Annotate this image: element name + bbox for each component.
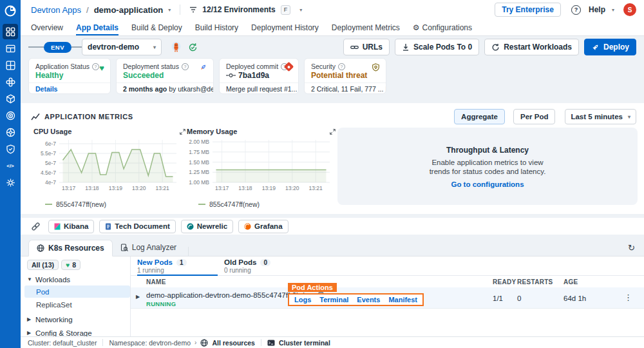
pod-manifest-link[interactable]: Manifest bbox=[388, 296, 417, 304]
svg-text:13:21: 13:21 bbox=[156, 185, 170, 191]
tab-overview[interactable]: Overview bbox=[31, 19, 63, 35]
tab-deployment-history[interactable]: Deployment History bbox=[251, 19, 319, 35]
scale-down-icon bbox=[402, 43, 410, 52]
devtron-logo[interactable] bbox=[3, 3, 18, 19]
document-icon bbox=[105, 223, 111, 230]
application-groups-icon[interactable] bbox=[3, 57, 18, 73]
all-resources-chip[interactable]: All (13) bbox=[27, 260, 59, 270]
per-pod-toggle[interactable]: Per Pod bbox=[513, 109, 555, 124]
deploy-button[interactable]: Deploy bbox=[584, 39, 636, 55]
environment-filter[interactable]: 12/12 Environments bbox=[202, 5, 275, 14]
pod-ready: 1/1 bbox=[493, 295, 503, 302]
healthy-count-chip[interactable]: ♥8 bbox=[61, 260, 80, 270]
tree-replicaset[interactable]: ReplicaSet bbox=[27, 298, 125, 311]
svg-text:4e-7: 4e-7 bbox=[45, 179, 56, 186]
details-link[interactable]: Details bbox=[35, 85, 57, 93]
pod-events-link[interactable]: Events bbox=[357, 296, 380, 304]
svg-text:1.50 MB: 1.50 MB bbox=[189, 159, 209, 166]
deployment-status-card[interactable]: Deployment status ? Succeeded 2 months a… bbox=[116, 58, 214, 94]
old-pods-tab[interactable]: Old Pods0 0 running bbox=[224, 258, 270, 274]
caret-right-icon: ▶ bbox=[27, 316, 32, 322]
pods-panel: New Pods1 1 running Old Pods0 0 running … bbox=[131, 256, 644, 336]
details-link[interactable]: Details bbox=[385, 85, 386, 93]
expand-icon[interactable] bbox=[330, 129, 336, 135]
pod-age: 64d 1h bbox=[564, 295, 586, 302]
pod-table-row[interactable]: ▶ demo-application-devtron-demo-855c4747… bbox=[131, 287, 644, 309]
row-menu-icon[interactable]: ⋮ bbox=[624, 293, 632, 302]
env-pill: ENV bbox=[44, 42, 71, 53]
tab-configurations[interactable]: ⚙Configurations bbox=[413, 19, 472, 35]
tree-networking[interactable]: ▶Networking bbox=[27, 314, 125, 325]
svg-text:1.75 MB: 1.75 MB bbox=[189, 149, 209, 155]
expand-row-caret-icon[interactable]: ▶ bbox=[136, 294, 140, 300]
application-status-card[interactable]: Application Status ? Healthy ♥ Details bbox=[28, 58, 111, 94]
grafana-link-chip[interactable]: Grafana bbox=[238, 220, 288, 233]
terminal-icon bbox=[267, 340, 275, 346]
tree-pod[interactable]: Pod bbox=[24, 285, 130, 298]
new-pods-tab[interactable]: New Pods1 1 running bbox=[137, 258, 187, 274]
tab-log-analyzer[interactable]: Log Analyzer bbox=[113, 239, 184, 256]
tab-app-details[interactable]: App Details bbox=[76, 19, 118, 35]
health-heart-icon: ♥ bbox=[99, 63, 104, 73]
resources-body: All (13) ♥8 ▼Workloads Pod ReplicaSet ▶N… bbox=[21, 256, 644, 336]
user-avatar[interactable]: S bbox=[623, 3, 636, 16]
cluster-terminal-link[interactable]: Cluster terminal bbox=[279, 339, 330, 347]
restart-workloads-button[interactable]: Restart Workloads bbox=[484, 39, 579, 55]
refresh-icon[interactable]: ↻ bbox=[628, 243, 635, 253]
newrelic-link-chip[interactable]: Newrelic bbox=[181, 220, 233, 233]
breadcrumb-root-link[interactable]: Devtron Apps bbox=[31, 5, 81, 15]
applications-icon[interactable] bbox=[3, 24, 18, 39]
svg-text:13:19: 13:19 bbox=[262, 185, 276, 191]
svg-text:13:20: 13:20 bbox=[285, 185, 299, 191]
tab-deployment-metrics[interactable]: Deployment Metrics bbox=[332, 19, 400, 35]
tab-k8s-resources[interactable]: K8s Resources bbox=[28, 240, 113, 256]
env-connector-line bbox=[71, 46, 82, 48]
help-icon[interactable]: ? bbox=[571, 5, 581, 15]
tab-build-history[interactable]: Build History bbox=[195, 19, 238, 35]
deployed-commit-card[interactable]: Deployed commit ? 7ba1d9a Merge pull req… bbox=[219, 58, 299, 94]
try-enterprise-button[interactable]: Try Enterprise bbox=[495, 3, 561, 17]
clusters-icon[interactable] bbox=[3, 124, 18, 140]
cluster-status-bar: Cluster: default_cluster Namespace: devt… bbox=[21, 336, 644, 348]
go-to-configurations-link[interactable]: Go to configurations bbox=[337, 180, 638, 188]
jobs-icon[interactable] bbox=[3, 41, 18, 56]
all-resources-link[interactable]: All resources bbox=[212, 339, 255, 347]
tech-document-link-chip[interactable]: Tech Document bbox=[99, 220, 175, 233]
info-icon: ? bbox=[182, 63, 189, 70]
svg-text:13:20: 13:20 bbox=[132, 185, 146, 191]
aggregate-toggle[interactable]: Aggregate bbox=[454, 109, 505, 124]
kibana-icon bbox=[54, 223, 61, 230]
deployment-mascot-icon[interactable] bbox=[171, 41, 182, 53]
tree-workloads[interactable]: ▼Workloads bbox=[27, 274, 125, 285]
pod-actions-annotation-box: Logs Terminal Events Manifest bbox=[288, 293, 424, 306]
tab-divider bbox=[188, 247, 189, 256]
global-configuration-icon[interactable] bbox=[3, 175, 18, 190]
urls-button[interactable]: URLs bbox=[343, 39, 390, 55]
security-shield-icon[interactable] bbox=[3, 141, 18, 157]
filter-icon bbox=[189, 6, 197, 13]
environment-filter-chevron-icon[interactable]: ▾ bbox=[299, 7, 302, 13]
kibana-link-chip[interactable]: Kibana bbox=[48, 220, 94, 233]
chevron-down-icon: ▾ bbox=[628, 114, 630, 120]
tab-build-deploy[interactable]: Build & Deploy bbox=[131, 19, 182, 35]
info-icon: ? bbox=[338, 63, 345, 70]
resource-browser-icon[interactable] bbox=[3, 91, 18, 106]
chart-line-icon bbox=[31, 113, 40, 121]
scale-pods-button[interactable]: Scale Pods To 0 bbox=[395, 39, 479, 55]
time-range-select[interactable]: Last 5 minutes▾ bbox=[565, 109, 636, 124]
help-label[interactable]: Help bbox=[589, 5, 605, 14]
pod-terminal-link[interactable]: Terminal bbox=[319, 296, 348, 304]
svg-text:13:21: 13:21 bbox=[309, 185, 323, 191]
code-icon[interactable]: </> bbox=[3, 158, 18, 173]
svg-text:4.5e-7: 4.5e-7 bbox=[41, 169, 56, 176]
releases-icon[interactable] bbox=[3, 108, 18, 123]
chevron-right-icon: › bbox=[194, 339, 196, 346]
security-card[interactable]: Security ? Potential threat 2 Critical, … bbox=[304, 58, 386, 94]
chevron-down-icon: ▾ bbox=[153, 44, 156, 50]
help-chevron-icon[interactable]: ▾ bbox=[612, 7, 614, 13]
chart-store-icon[interactable] bbox=[3, 74, 18, 90]
sync-status-icon[interactable] bbox=[188, 43, 198, 52]
app-switcher-chevron-icon[interactable]: ▾ bbox=[168, 7, 171, 13]
environment-select[interactable]: devtron-demo▾ bbox=[82, 39, 162, 55]
pod-logs-link[interactable]: Logs bbox=[294, 296, 311, 304]
